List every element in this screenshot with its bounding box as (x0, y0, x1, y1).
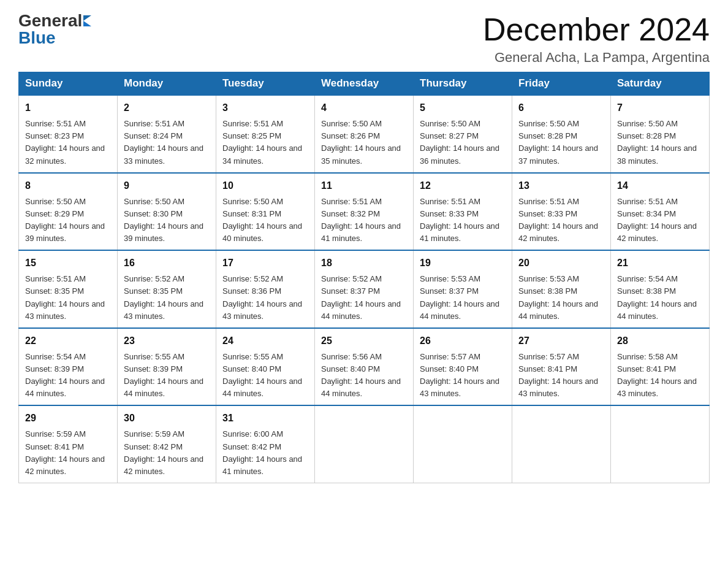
day-number: 3 (222, 101, 308, 115)
day-number: 13 (518, 178, 604, 193)
calendar-cell: 31Sunrise: 6:00 AMSunset: 8:42 PMDayligh… (216, 405, 315, 483)
day-info: Sunrise: 5:51 AMSunset: 8:32 PMDaylight:… (321, 196, 407, 245)
calendar-cell: 30Sunrise: 5:59 AMSunset: 8:42 PMDayligh… (118, 405, 216, 483)
calendar-cell (315, 405, 414, 483)
day-info: Sunrise: 5:56 AMSunset: 8:40 PMDaylight:… (321, 351, 407, 400)
calendar-table: SundayMondayTuesdayWednesdayThursdayFrid… (18, 72, 710, 483)
day-info: Sunrise: 5:58 AMSunset: 8:41 PMDaylight:… (617, 351, 703, 400)
calendar-header-friday: Friday (512, 72, 611, 96)
calendar-cell: 18Sunrise: 5:52 AMSunset: 8:37 PMDayligh… (315, 250, 414, 328)
calendar-cell: 9Sunrise: 5:50 AMSunset: 8:30 PMDaylight… (118, 173, 216, 251)
calendar-cell: 26Sunrise: 5:57 AMSunset: 8:40 PMDayligh… (414, 328, 512, 406)
day-number: 21 (617, 256, 703, 270)
day-info: Sunrise: 5:51 AMSunset: 8:25 PMDaylight:… (222, 118, 308, 167)
page-title: December 2024 (483, 12, 710, 47)
calendar-header-sunday: Sunday (19, 72, 118, 96)
day-number: 28 (617, 334, 703, 348)
calendar-cell: 1Sunrise: 5:51 AMSunset: 8:23 PMDaylight… (19, 95, 118, 173)
logo: General Blue (18, 12, 91, 47)
calendar-cell: 21Sunrise: 5:54 AMSunset: 8:38 PMDayligh… (611, 250, 710, 328)
calendar-cell: 5Sunrise: 5:50 AMSunset: 8:27 PMDaylight… (414, 95, 512, 173)
day-number: 19 (420, 256, 506, 270)
calendar-cell: 7Sunrise: 5:50 AMSunset: 8:28 PMDaylight… (611, 95, 710, 173)
day-number: 18 (321, 256, 407, 270)
day-number: 1 (25, 101, 111, 115)
day-number: 26 (420, 334, 506, 348)
day-info: Sunrise: 5:50 AMSunset: 8:26 PMDaylight:… (321, 118, 407, 167)
day-info: Sunrise: 5:51 AMSunset: 8:24 PMDaylight:… (124, 118, 210, 167)
day-number: 20 (518, 256, 604, 270)
logo-blue-text: Blue (18, 29, 56, 47)
calendar-header-wednesday: Wednesday (315, 72, 414, 96)
title-block: December 2024 General Acha, La Pampa, Ar… (483, 12, 710, 66)
day-info: Sunrise: 5:55 AMSunset: 8:39 PMDaylight:… (124, 351, 210, 400)
day-info: Sunrise: 5:50 AMSunset: 8:30 PMDaylight:… (124, 196, 210, 245)
calendar-header-thursday: Thursday (414, 72, 512, 96)
calendar-cell: 16Sunrise: 5:52 AMSunset: 8:35 PMDayligh… (118, 250, 216, 328)
calendar-cell: 13Sunrise: 5:51 AMSunset: 8:33 PMDayligh… (512, 173, 611, 251)
calendar-cell: 4Sunrise: 5:50 AMSunset: 8:26 PMDaylight… (315, 95, 414, 173)
day-info: Sunrise: 5:50 AMSunset: 8:28 PMDaylight:… (518, 118, 604, 167)
calendar-cell: 3Sunrise: 5:51 AMSunset: 8:25 PMDaylight… (216, 95, 315, 173)
day-number: 27 (518, 334, 604, 348)
calendar-header-tuesday: Tuesday (216, 72, 315, 96)
day-info: Sunrise: 5:59 AMSunset: 8:42 PMDaylight:… (124, 428, 210, 478)
calendar-cell (414, 405, 512, 483)
day-number: 23 (124, 334, 210, 348)
day-info: Sunrise: 5:51 AMSunset: 8:33 PMDaylight:… (420, 196, 506, 245)
day-number: 4 (321, 101, 407, 115)
day-number: 7 (617, 101, 703, 115)
calendar-cell: 2Sunrise: 5:51 AMSunset: 8:24 PMDaylight… (118, 95, 216, 173)
day-number: 8 (25, 178, 111, 193)
calendar-header-monday: Monday (118, 72, 216, 96)
logo-arrow-icon (83, 15, 91, 26)
day-info: Sunrise: 5:51 AMSunset: 8:33 PMDaylight:… (518, 196, 604, 245)
day-number: 16 (124, 256, 210, 270)
calendar-cell: 27Sunrise: 5:57 AMSunset: 8:41 PMDayligh… (512, 328, 611, 406)
calendar-cell: 29Sunrise: 5:59 AMSunset: 8:41 PMDayligh… (19, 405, 118, 483)
day-number: 30 (124, 411, 210, 426)
day-number: 14 (617, 178, 703, 193)
page-subtitle: General Acha, La Pampa, Argentina (483, 50, 710, 66)
calendar-week-row: 29Sunrise: 5:59 AMSunset: 8:41 PMDayligh… (19, 405, 710, 483)
day-number: 29 (25, 411, 111, 426)
day-info: Sunrise: 5:50 AMSunset: 8:28 PMDaylight:… (617, 118, 703, 167)
day-number: 22 (25, 334, 111, 348)
logo-general-text: General (18, 12, 82, 29)
calendar-cell: 14Sunrise: 5:51 AMSunset: 8:34 PMDayligh… (611, 173, 710, 251)
day-number: 11 (321, 178, 407, 193)
day-info: Sunrise: 5:52 AMSunset: 8:36 PMDaylight:… (222, 273, 308, 323)
day-info: Sunrise: 5:51 AMSunset: 8:34 PMDaylight:… (617, 196, 703, 245)
calendar-cell: 10Sunrise: 5:50 AMSunset: 8:31 PMDayligh… (216, 173, 315, 251)
calendar-cell: 23Sunrise: 5:55 AMSunset: 8:39 PMDayligh… (118, 328, 216, 406)
day-info: Sunrise: 5:54 AMSunset: 8:39 PMDaylight:… (25, 351, 111, 400)
calendar-cell: 24Sunrise: 5:55 AMSunset: 8:40 PMDayligh… (216, 328, 315, 406)
day-number: 2 (124, 101, 210, 115)
day-number: 10 (222, 178, 308, 193)
calendar-week-row: 15Sunrise: 5:51 AMSunset: 8:35 PMDayligh… (19, 250, 710, 328)
day-info: Sunrise: 5:53 AMSunset: 8:37 PMDaylight:… (420, 273, 506, 323)
day-info: Sunrise: 5:53 AMSunset: 8:38 PMDaylight:… (518, 273, 604, 323)
day-info: Sunrise: 5:55 AMSunset: 8:40 PMDaylight:… (222, 351, 308, 400)
day-number: 15 (25, 256, 111, 270)
calendar-cell: 19Sunrise: 5:53 AMSunset: 8:37 PMDayligh… (414, 250, 512, 328)
calendar-cell (512, 405, 611, 483)
day-info: Sunrise: 5:57 AMSunset: 8:40 PMDaylight:… (420, 351, 506, 400)
calendar-cell: 20Sunrise: 5:53 AMSunset: 8:38 PMDayligh… (512, 250, 611, 328)
day-number: 12 (420, 178, 506, 193)
day-info: Sunrise: 5:51 AMSunset: 8:23 PMDaylight:… (25, 118, 111, 167)
day-number: 6 (518, 101, 604, 115)
day-number: 9 (124, 178, 210, 193)
day-info: Sunrise: 5:54 AMSunset: 8:38 PMDaylight:… (617, 273, 703, 323)
day-info: Sunrise: 5:52 AMSunset: 8:35 PMDaylight:… (124, 273, 210, 323)
day-info: Sunrise: 5:51 AMSunset: 8:35 PMDaylight:… (25, 273, 111, 323)
calendar-week-row: 8Sunrise: 5:50 AMSunset: 8:29 PMDaylight… (19, 173, 710, 251)
day-info: Sunrise: 5:50 AMSunset: 8:29 PMDaylight:… (25, 196, 111, 245)
calendar-cell: 11Sunrise: 5:51 AMSunset: 8:32 PMDayligh… (315, 173, 414, 251)
calendar-week-row: 1Sunrise: 5:51 AMSunset: 8:23 PMDaylight… (19, 95, 710, 173)
day-info: Sunrise: 5:50 AMSunset: 8:27 PMDaylight:… (420, 118, 506, 167)
calendar-cell (611, 405, 710, 483)
calendar-cell: 15Sunrise: 5:51 AMSunset: 8:35 PMDayligh… (19, 250, 118, 328)
calendar-cell: 28Sunrise: 5:58 AMSunset: 8:41 PMDayligh… (611, 328, 710, 406)
day-number: 25 (321, 334, 407, 348)
